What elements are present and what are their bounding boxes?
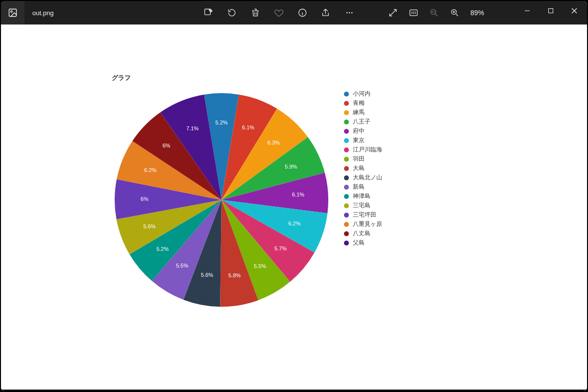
legend-label: 八丈島 [353, 229, 370, 238]
edit-image-icon[interactable] [203, 8, 213, 18]
legend-label: 八王子 [353, 117, 370, 126]
legend-swatch [344, 231, 349, 236]
legend-item: 大島 [344, 164, 382, 173]
legend-item: 小河内 [344, 89, 382, 98]
titlebar: out.png [1, 1, 587, 24]
toolbar-right: 89% [388, 8, 489, 18]
legend-item: 東京 [344, 136, 382, 145]
legend-label: 羽田 [353, 154, 365, 164]
legend-swatch [344, 175, 349, 180]
legend-swatch [344, 101, 349, 106]
slice-label: 6.1% [242, 124, 254, 130]
legend-swatch [344, 203, 349, 208]
legend-item: 三宅島 [344, 201, 382, 210]
slice-label: 6.1% [292, 192, 304, 197]
legend-label: 父島 [353, 238, 365, 247]
favorite-icon[interactable] [274, 8, 284, 18]
legend-item: 府中 [344, 126, 382, 136]
bottom-border [1, 390, 587, 391]
legend-item: 江戸川臨海 [344, 145, 382, 154]
legend-label: 小河内 [353, 89, 370, 98]
actual-size-icon[interactable] [409, 8, 418, 18]
slice-label: 5.2% [156, 246, 169, 252]
svg-point-4 [346, 12, 348, 14]
legend-swatch [344, 157, 349, 162]
app-icon [1, 1, 24, 24]
content-area: グラフ 5.2%6.1%6.3%5.9%6.1%6.2%5.7%5.5%5.8%… [1, 24, 587, 391]
minimize-button[interactable] [517, 4, 537, 18]
pie-chart: 5.2%6.1%6.3%5.9%6.1%6.2%5.7%5.5%5.8%5.6%… [109, 87, 334, 313]
legend-item: 羽田 [344, 154, 382, 164]
legend-swatch [344, 110, 349, 115]
slice-label: 5.7% [274, 245, 287, 251]
legend-label: 練馬 [353, 108, 365, 117]
legend-swatch [344, 120, 349, 124]
svg-point-1 [11, 11, 12, 12]
window-controls [517, 1, 584, 27]
slice-label: 5.8% [228, 272, 241, 278]
legend-item: 八王子 [344, 117, 382, 126]
legend-label: 青梅 [353, 98, 365, 108]
legend-label: 神津島 [353, 192, 370, 201]
legend-swatch [344, 185, 349, 190]
zoom-in-icon[interactable] [450, 8, 460, 18]
legend-label: 大島 [353, 164, 365, 173]
legend-swatch [344, 194, 349, 199]
legend-swatch [344, 222, 349, 227]
legend-swatch [344, 129, 349, 134]
legend-item: 八重見ヶ原 [344, 220, 382, 229]
slice-label: 5.2% [215, 120, 227, 125]
legend-label: 新島 [353, 182, 365, 192]
legend-swatch [344, 241, 349, 245]
slice-label: 6.3% [268, 140, 280, 146]
legend-label: 三宅島 [353, 201, 370, 210]
legend-item: 大島北ノ山 [344, 173, 382, 182]
legend-label: 府中 [353, 126, 365, 136]
legend-swatch [344, 147, 349, 152]
legend-item: 八丈島 [344, 229, 382, 238]
image-canvas[interactable]: グラフ 5.2%6.1%6.3%5.9%6.1%6.2%5.7%5.5%5.8%… [1, 24, 587, 390]
slice-label: 6.2% [288, 220, 300, 226]
toolbar-center [203, 8, 354, 18]
svg-rect-0 [9, 9, 17, 17]
close-button[interactable] [564, 4, 584, 18]
legend-item: 練馬 [344, 108, 382, 117]
photos-window: out.png [1, 1, 587, 391]
legend-label: 八重見ヶ原 [353, 220, 382, 229]
maximize-button[interactable] [541, 4, 561, 18]
slice-label: 6.2% [144, 167, 156, 173]
slice-label: 5.5% [176, 263, 188, 269]
svg-rect-10 [549, 9, 553, 13]
legend-swatch [344, 92, 349, 97]
svg-point-5 [349, 12, 350, 14]
share-icon[interactable] [321, 8, 331, 18]
legend-swatch [344, 138, 349, 143]
chart-title: グラフ [112, 74, 491, 82]
slice-label: 6% [141, 196, 148, 202]
file-name: out.png [24, 9, 53, 17]
fullscreen-icon[interactable] [388, 8, 398, 18]
zoom-out-icon[interactable] [429, 8, 439, 18]
zoom-value: 89% [470, 9, 489, 17]
legend-label: 大島北ノ山 [353, 173, 382, 182]
delete-icon[interactable] [250, 8, 260, 18]
legend-item: 青梅 [344, 98, 382, 108]
svg-point-6 [351, 12, 353, 14]
legend-label: 江戸川臨海 [353, 145, 382, 154]
legend-item: 父島 [344, 238, 382, 247]
slice-label: 5.9% [285, 164, 297, 170]
legend-item: 新島 [344, 182, 382, 192]
legend-swatch [344, 213, 349, 218]
legend-swatch [344, 166, 349, 171]
rotate-icon[interactable] [227, 8, 237, 18]
slice-label: 6% [163, 143, 171, 148]
slice-label: 7.1% [186, 125, 198, 131]
info-icon[interactable] [297, 8, 307, 18]
chart: グラフ 5.2%6.1%6.3%5.9%6.1%6.2%5.7%5.5%5.8%… [109, 74, 491, 313]
legend-label: 東京 [353, 136, 365, 145]
slice-label: 5.6% [201, 272, 213, 278]
legend: 小河内青梅練馬八王子府中東京江戸川臨海羽田大島大島北ノ山新島神津島三宅島三宅坪田… [344, 89, 382, 247]
more-icon[interactable] [344, 8, 354, 18]
slice-label: 5.5% [254, 263, 266, 269]
slice-label: 5.6% [143, 223, 155, 229]
